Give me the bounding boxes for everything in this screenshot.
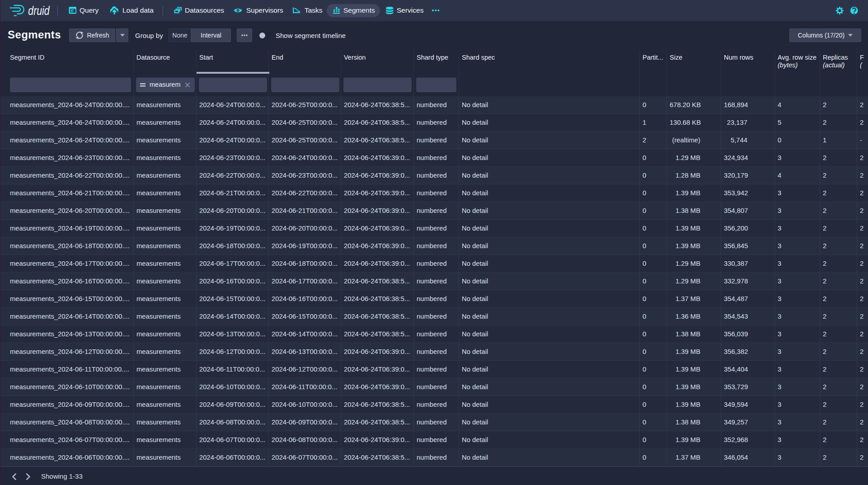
svg-text:druid: druid [28,4,50,18]
